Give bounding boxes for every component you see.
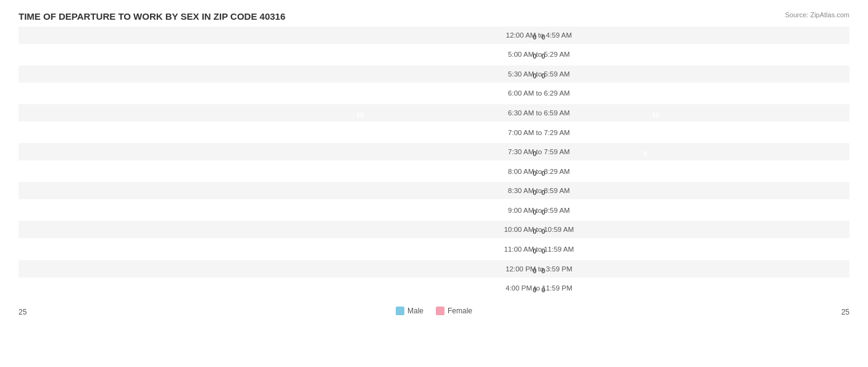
table-row: 0 11:00 AM to 11:59 AM 0 [19, 241, 849, 258]
legend-male-box [396, 307, 404, 315]
table-row: 0 5:30 AM to 5:59 AM 0 [19, 65, 849, 83]
table-row: 0 12:00 PM to 3:59 PM 0 [19, 260, 849, 278]
table-row: 18 7:00 AM to 7:29 AM 9 [19, 124, 849, 141]
table-row: 0 4:00 PM to 11:59 PM 0 [19, 279, 849, 297]
axis-right-label: 25 [841, 308, 849, 316]
row-label: 6:00 AM to 6:29 AM [508, 89, 570, 97]
legend-female-box [436, 307, 444, 315]
legend-female: Female [436, 307, 472, 315]
row-label: 10:00 AM to 10:59 AM [504, 226, 574, 233]
row-label: 12:00 AM to 4:59 AM [506, 31, 572, 39]
row-label: 7:00 AM to 7:29 AM [508, 129, 570, 136]
legend: Male Female [396, 307, 472, 315]
legend-female-label: Female [448, 307, 472, 315]
row-label: 8:00 AM to 8:29 AM [508, 168, 570, 175]
table-row: 0 5:00 AM to 5:29 AM 0 [19, 46, 849, 63]
row-label: 9:00 AM to 9:59 AM [508, 207, 570, 214]
chart-area: 0 12:00 AM to 4:59 AM 0 0 [19, 25, 849, 316]
rows-container: 0 12:00 AM to 4:59 AM 0 0 [19, 25, 849, 298]
legend-male-label: Male [407, 307, 424, 315]
female-bar-value: 10 [652, 111, 659, 118]
table-row: 0 7:30 AM to 7:59 AM 9 [19, 143, 849, 160]
row-label: 5:00 AM to 5:29 AM [508, 51, 570, 58]
table-row: 0 10:00 AM to 10:59 AM 0 [19, 221, 849, 238]
male-bar-value: 18 [319, 131, 327, 138]
chart-title: TIME OF DEPARTURE TO WORK BY SEX IN ZIP … [19, 11, 849, 22]
table-row: 0 12:00 AM to 4:59 AM 0 [19, 27, 849, 44]
row-label: 4:00 PM to 11:59 PM [506, 284, 572, 292]
table-row: 10 6:00 AM to 6:29 AM 21 [19, 85, 849, 102]
chart-container: TIME OF DEPARTURE TO WORK BY SEX IN ZIP … [0, 0, 868, 367]
legend-male: Male [396, 307, 424, 315]
axis-left-label: 25 [19, 308, 27, 316]
row-label: 6:30 AM to 6:59 AM [508, 109, 570, 117]
row-label: 12:00 PM to 3:59 PM [506, 265, 572, 273]
female-bar-value: 21 [788, 91, 796, 99]
axis-bottom: 25 Male Female 25 [19, 308, 849, 316]
row-label: 7:30 AM to 7:59 AM [508, 148, 570, 155]
row-label: 5:30 AM to 5:59 AM [508, 70, 570, 78]
row-label: 8:30 AM to 8:59 AM [508, 187, 570, 194]
table-row: 0 9:00 AM to 9:59 AM 0 [19, 202, 849, 219]
male-bar-value: 15 [356, 111, 364, 118]
male-bar-value: 10 [419, 91, 426, 99]
table-row: 15 6:30 AM to 6:59 AM 10 [19, 104, 849, 122]
table-row: 0 8:00 AM to 8:29 AM 0 [19, 163, 849, 180]
row-label: 11:00 AM to 11:59 AM [504, 245, 574, 253]
female-bar-value: 9 [643, 131, 647, 138]
table-row: 0 8:30 AM to 8:59 AM 0 [19, 182, 849, 199]
female-bar-value: 9 [643, 150, 647, 157]
source-text: Source: ZipAtlas.com [785, 11, 849, 19]
